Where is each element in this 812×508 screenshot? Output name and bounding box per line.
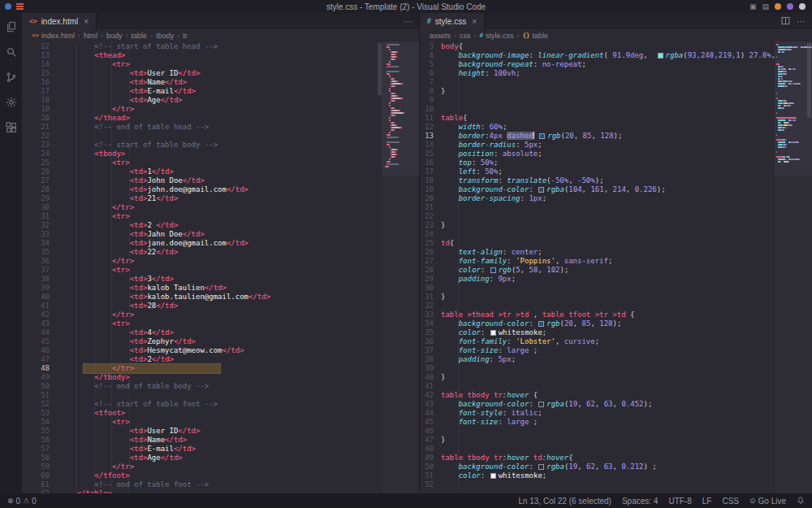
code-line-17[interactable]: <td>E-mail</td> [59,87,382,96]
code-line-51[interactable] [59,391,382,400]
code-line-44[interactable]: <td>4</td> [59,328,382,337]
code-line-26[interactable]: <td>1</td> [59,167,382,176]
code-line-27[interactable]: <td>John Doe</td> [59,176,382,185]
encoding-setting[interactable]: UTF-8 [668,497,691,506]
color-swatch[interactable] [490,473,496,479]
code-line-22[interactable] [441,212,775,221]
code-line-36[interactable]: </tr> [59,257,382,266]
code-line-28[interactable]: color: rgb(5, 58, 102); [441,266,775,275]
code-line-55[interactable]: <td>User ID</td> [59,427,382,436]
line-number-gutter[interactable]: 3456789101112131415161718192021222324252… [420,41,441,493]
code-line-40[interactable]: } [441,373,775,382]
code-line-25[interactable]: <tr> [59,158,382,167]
close-button[interactable] [799,3,806,10]
code-line-51[interactable]: color: whitesmoke; [441,471,775,480]
breadcrumb-item-tbody[interactable]: tbody [156,32,174,40]
code-line-48[interactable]: </tr> [59,364,382,373]
code-line-38[interactable]: <td>3</td> [59,275,382,284]
code-line-8[interactable]: } [441,87,775,96]
code-line-53[interactable]: <tfoot> [59,409,382,418]
extensions-icon[interactable] [3,119,19,136]
code-line-18[interactable]: <td>Age</td> [59,96,382,105]
code-line-28[interactable]: <td>john.doe@gmail.com</td> [59,185,382,194]
code-line-24[interactable]: <tbody> [59,150,382,158]
code-line-21[interactable]: <!-- end of table head --> [59,123,382,132]
code-line-20[interactable]: </thead> [59,114,382,123]
code-line-38[interactable]: padding: 5px; [441,355,775,364]
code-line-30[interactable] [441,284,775,293]
code-line-57[interactable]: <td>E-mail</td> [59,445,382,454]
code-line-13[interactable]: <thead> [59,51,382,60]
code-line-20[interactable]: border-spacing: 1px; [441,194,775,203]
code-line-14[interactable]: <tr> [59,60,382,69]
minimap[interactable] [382,41,419,493]
code-line-50[interactable]: <!-- end of table body --> [59,382,382,391]
tab-style-css[interactable]: # style.css × [420,13,485,29]
more-actions-icon[interactable]: ⋯ [404,16,412,27]
code-line-4[interactable]: background-image: linear-gradient( 91.9d… [441,51,775,60]
code-line-49[interactable]: </tbody> [59,373,382,382]
code-line-59[interactable]: </tr> [59,462,382,471]
code-line-35[interactable]: color: whitesmoke; [441,328,775,337]
code-line-19[interactable]: background-color: rgba(104, 161, 214, 0.… [441,185,775,194]
code-line-52[interactable]: <!-- start of table foot --> [59,400,382,409]
code-line-62[interactable]: </table> [59,489,382,493]
code-line-45[interactable]: font-size: large ; [441,418,775,427]
code-line-34[interactable]: <td>jane.doe@gmail.com</td> [59,239,382,248]
code-area-index-html[interactable]: <!-- start of table head --> <thead> <tr… [59,41,382,493]
code-line-61[interactable]: <!-- end of table foot --> [59,480,382,489]
color-swatch[interactable] [538,402,544,407]
minimize-button[interactable] [775,3,781,10]
split-editor-icon[interactable] [781,16,790,27]
code-line-29[interactable]: <td>21</td> [59,194,382,203]
cursor-position[interactable]: Ln 13, Col 22 (6 selected) [518,497,611,506]
code-line-11[interactable]: table{ [441,114,775,123]
search-icon[interactable] [3,44,19,60]
code-line-33[interactable]: <td>Jahn Doe</td> [59,230,382,239]
code-line-37[interactable]: <tr> [59,266,382,275]
code-line-9[interactable] [441,96,775,105]
code-line-32[interactable]: <td>2 </td> [59,221,382,230]
breadcrumb-item-assets[interactable]: assets [430,32,451,40]
code-line-47[interactable]: <td>2</td> [59,355,382,364]
code-line-46[interactable]: <td>Hesmycat@meow.com</td> [59,346,382,355]
code-line-56[interactable]: <td>Name</td> [59,436,382,445]
code-line-52[interactable] [441,480,775,489]
code-line-26[interactable]: text-align: center; [441,248,775,257]
app-logo-icon[interactable] [5,3,11,10]
code-line-43[interactable]: <tr> [59,319,382,328]
indentation-setting[interactable]: Spaces: 4 [622,497,658,506]
scrollbar-thumb[interactable] [807,43,811,118]
code-line-58[interactable]: <td>Age</td> [59,454,382,462]
color-swatch[interactable] [490,267,496,273]
code-line-15[interactable]: <td>User ID</td> [59,69,382,78]
code-line-12[interactable]: <!-- start of table head --> [59,42,382,51]
toggle-panel-icon[interactable]: ▣ [749,3,757,11]
code-line-37[interactable]: font-size: large ; [441,346,775,355]
notifications-bell-icon[interactable] [797,497,805,505]
code-line-16[interactable]: <td>Name</td> [59,78,382,87]
color-swatch[interactable] [539,133,545,139]
tab-index-html[interactable]: <> index.html × [22,13,97,29]
breadcrumb-item-index.html[interactable]: <>index.html [32,32,75,40]
code-line-40[interactable]: <td>kalob.taulien@gmail.com</td> [59,293,382,302]
code-line-12[interactable]: width: 60%; [441,123,775,132]
code-line-46[interactable] [441,427,775,436]
code-line-16[interactable]: top: 50%; [441,158,775,167]
tab-close-icon[interactable]: × [84,17,89,26]
menu-hamburger-icon[interactable] [16,3,24,10]
color-swatch[interactable] [538,187,544,193]
code-line-23[interactable]: <!-- start of table body --> [59,141,382,150]
eol-setting[interactable]: LF [702,497,712,506]
customize-layout-icon[interactable]: ▤ [762,3,769,11]
code-line-60[interactable]: </tfoot> [59,471,382,480]
code-line-30[interactable]: </tr> [59,203,382,212]
code-line-17[interactable]: left: 50%; [441,167,775,176]
code-line-39[interactable] [441,364,775,373]
code-line-19[interactable]: </tr> [59,105,382,114]
source-control-icon[interactable] [3,69,19,85]
tab-close-icon[interactable]: × [472,17,477,26]
code-line-6[interactable]: height: 100vh; [441,69,775,78]
code-line-31[interactable]: <tr> [59,212,382,221]
code-line-31[interactable]: } [441,293,775,302]
